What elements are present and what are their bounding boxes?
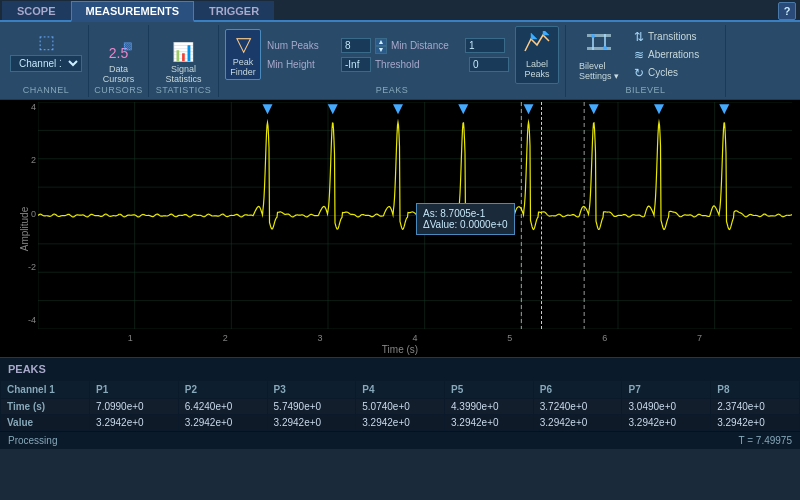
y-axis: 4 2 0 -2 -4 [0, 100, 40, 327]
aberrations-item[interactable]: ≋ Aberrations [632, 47, 701, 63]
value-p5: 3.2942e+0 [445, 415, 534, 431]
time-p6: 3.7240e+0 [533, 399, 622, 415]
min-distance-label: Min Distance [391, 40, 461, 51]
signal-statistics-label: SignalStatistics [165, 64, 201, 84]
x-label-4: 4 [412, 333, 417, 343]
value-p8: 3.2942e+0 [711, 415, 800, 431]
col-channel: Channel 1 [1, 381, 90, 399]
tab-measurements[interactable]: MEASUREMENTS [71, 1, 195, 22]
time-p3: 5.7490e+0 [267, 399, 356, 415]
threshold-input[interactable] [469, 57, 509, 72]
time-p4: 5.0740e+0 [356, 399, 445, 415]
col-p5: P5 [445, 381, 534, 399]
time-p1: 7.0990e+0 [90, 399, 179, 415]
value-p6: 3.2942e+0 [533, 415, 622, 431]
channel-group-label: CHANNEL [4, 85, 88, 95]
x-axis-title: Time (s) [382, 344, 418, 355]
value-p3: 3.2942e+0 [267, 415, 356, 431]
status-right: T = 7.49975 [739, 435, 792, 446]
x-label-7: 7 [697, 333, 702, 343]
cycles-label: Cycles [648, 67, 678, 78]
time-p5: 4.3990e+0 [445, 399, 534, 415]
status-bar: Processing T = 7.49975 [0, 431, 800, 449]
aberrations-label: Aberrations [648, 49, 699, 60]
bilevel-settings-icon [585, 28, 613, 56]
x-label-2: 2 [223, 333, 228, 343]
value-p2: 3.2942e+0 [178, 415, 267, 431]
channel-select[interactable]: Channel 1 [10, 55, 82, 72]
label-peaks-label: LabelPeaks [524, 59, 549, 79]
table-row: Value 3.2942e+0 3.2942e+0 3.2942e+0 3.29… [1, 415, 800, 431]
value-p7: 3.2942e+0 [622, 415, 711, 431]
x-label-1: 1 [128, 333, 133, 343]
status-left: Processing [8, 435, 57, 446]
peak-finder-button[interactable]: ▽ PeakFinder [225, 29, 261, 80]
peaks-table-section: PEAKS Channel 1 P1 P2 P3 P4 P5 P6 P7 P8 … [0, 358, 800, 431]
col-p4: P4 [356, 381, 445, 399]
time-p8: 2.3740e+0 [711, 399, 800, 415]
peaks-group-label: PEAKS [219, 85, 565, 95]
svg-point-7 [603, 46, 607, 50]
tooltip-line2: ΔValue: 0.0000e+0 [423, 219, 508, 230]
num-peaks-input[interactable] [341, 38, 371, 53]
tab-scope[interactable]: SCOPE [2, 1, 71, 20]
svg-marker-0 [531, 33, 537, 39]
col-p2: P2 [178, 381, 267, 399]
value-p4: 3.2942e+0 [356, 415, 445, 431]
min-height-label: Min Height [267, 59, 337, 70]
label-peaks-button[interactable]: LabelPeaks [515, 26, 559, 84]
peak-finder-label: PeakFinder [230, 57, 256, 77]
cycles-item[interactable]: ↻ Cycles [632, 65, 701, 81]
threshold-label: Threshold [375, 59, 445, 70]
num-peaks-label: Num Peaks [267, 40, 337, 51]
col-p3: P3 [267, 381, 356, 399]
transitions-item[interactable]: ⇅ Transitions [632, 29, 701, 45]
transitions-label: Transitions [648, 31, 697, 42]
x-label-5: 5 [507, 333, 512, 343]
tab-trigger[interactable]: TRIGGER [194, 1, 274, 20]
peaks-table: Channel 1 P1 P2 P3 P4 P5 P6 P7 P8 Time (… [0, 380, 800, 431]
help-button[interactable]: ? [778, 2, 796, 20]
peaks-table-header: PEAKS [0, 359, 800, 380]
signal-statistics-button[interactable]: 📊 SignalStatistics [160, 38, 206, 87]
col-p8: P8 [711, 381, 800, 399]
cursors-group-label: CURSORS [89, 85, 148, 95]
value-p1: 3.2942e+0 [90, 415, 179, 431]
min-height-input[interactable] [341, 57, 371, 72]
bilevel-settings-button[interactable]: BilevelSettings ▾ [572, 23, 626, 86]
data-cursors-button[interactable]: 2.5 ▧ DataCursors [98, 39, 140, 87]
data-cursors-label: DataCursors [103, 64, 135, 84]
col-p1: P1 [90, 381, 179, 399]
label-peaks-icon [523, 31, 551, 59]
x-label-3: 3 [318, 333, 323, 343]
signal-chart [38, 102, 792, 329]
table-row: Time (s) 7.0990e+0 6.4240e+0 5.7490e+0 5… [1, 399, 800, 415]
x-label-6: 6 [602, 333, 607, 343]
time-p7: 3.0490e+0 [622, 399, 711, 415]
chart-tooltip: As: 8.7005e-1 ΔValue: 0.0000e+0 [416, 203, 515, 235]
svg-rect-2 [587, 34, 611, 37]
svg-rect-3 [587, 47, 611, 50]
bilevel-settings-label: BilevelSettings ▾ [579, 61, 619, 81]
time-p2: 6.4240e+0 [178, 399, 267, 415]
num-peaks-spinner[interactable]: ▲ ▼ [375, 38, 387, 54]
svg-marker-1 [543, 31, 549, 35]
time-row-label: Time (s) [1, 399, 90, 415]
tooltip-line1: As: 8.7005e-1 [423, 208, 508, 219]
svg-point-6 [591, 34, 595, 38]
col-p6: P6 [533, 381, 622, 399]
value-row-label: Value [1, 415, 90, 431]
col-p7: P7 [622, 381, 711, 399]
statistics-group-label: STATISTICS [149, 85, 218, 95]
bilevel-group-label: BILEVEL [566, 85, 725, 95]
min-distance-input[interactable] [465, 38, 505, 53]
